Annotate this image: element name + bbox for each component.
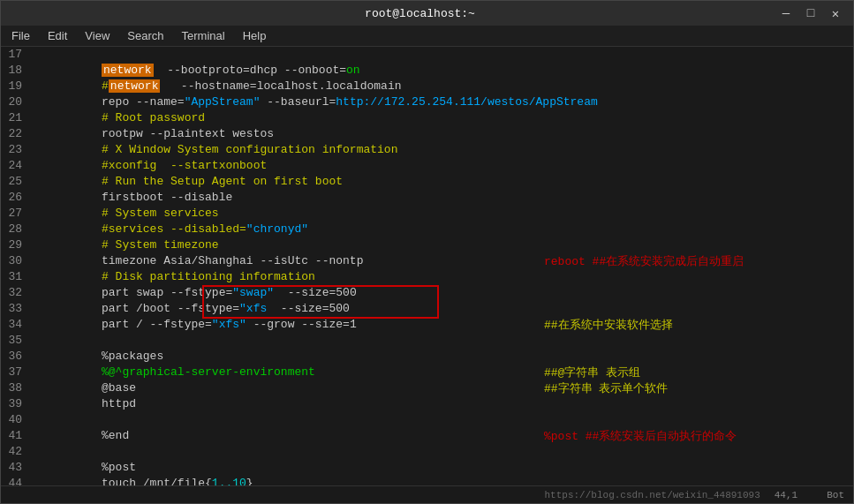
blog-url: https://blog.csdn.net/weixin_44891093 bbox=[545, 490, 760, 500]
line-39 bbox=[33, 396, 853, 412]
menu-help[interactable]: Help bbox=[236, 27, 274, 44]
line-21: rootpw --plaintext westos bbox=[33, 110, 853, 126]
code-lines: network --bootproto=dhcp --onboot=on #ne… bbox=[33, 47, 853, 485]
minimize-button[interactable]: — bbox=[777, 6, 795, 21]
cursor-position: 44,1 Bot bbox=[775, 490, 844, 500]
menu-bar: File Edit View Search Terminal Help bbox=[1, 26, 853, 47]
line-40: %end bbox=[33, 412, 853, 428]
line-42: %post bbox=[33, 444, 853, 460]
window-controls: — □ ✕ bbox=[777, 6, 844, 21]
line-26: # System services bbox=[33, 190, 853, 206]
line-44: %end bbox=[33, 476, 853, 485]
line-28: # System timezone bbox=[33, 222, 853, 237]
line-35: %packages bbox=[33, 333, 853, 349]
title-bar: root@localhost:~ — □ ✕ bbox=[1, 1, 853, 26]
line-36: %@^graphical-server-environment bbox=[33, 349, 853, 365]
close-button[interactable]: ✕ bbox=[827, 6, 844, 21]
menu-view[interactable]: View bbox=[78, 27, 117, 44]
line-30: # Disk partitioning information bbox=[33, 253, 853, 269]
menu-edit[interactable]: Edit bbox=[41, 27, 74, 44]
line-32: part /boot --fstype="xfs --size=500 bbox=[33, 285, 853, 301]
line-41 bbox=[33, 428, 853, 444]
menu-search[interactable]: Search bbox=[120, 27, 170, 44]
line-24: # Run the Setup Agent on first boot bbox=[33, 158, 853, 174]
line-43: touch /mnt/file{1..10} bbox=[33, 460, 853, 476]
line-38: httpd bbox=[33, 380, 853, 396]
line-27: #services --disabled="chronyd" bbox=[33, 206, 853, 222]
editor-area[interactable]: 17 18 19 20 21 22 23 24 25 26 27 28 29 3… bbox=[1, 47, 853, 485]
window-title: root@localhost:~ bbox=[63, 7, 777, 20]
line-19: repo --name="AppStream" --baseurl=http:/… bbox=[33, 79, 853, 94]
line-17: network --bootproto=dhcp --onboot=on bbox=[33, 47, 853, 63]
line-25: firstboot --disable bbox=[33, 174, 853, 190]
line-34 bbox=[33, 317, 853, 333]
line-31: part swap --fstype="swap" --size=500 bbox=[33, 269, 853, 285]
line-37: @base bbox=[33, 365, 853, 380]
line-20: # Root password bbox=[33, 94, 853, 110]
terminal-window: root@localhost:~ — □ ✕ File Edit View Se… bbox=[0, 0, 854, 504]
maximize-button[interactable]: □ bbox=[802, 6, 820, 21]
line-numbers: 17 18 19 20 21 22 23 24 25 26 27 28 29 3… bbox=[1, 47, 29, 485]
code-content[interactable]: network --bootproto=dhcp --onboot=on #ne… bbox=[29, 47, 853, 485]
line-18: #network --hostname=localhost.localdomai… bbox=[33, 63, 853, 79]
line-22: # X Window System configuration informat… bbox=[33, 126, 853, 142]
line-23: #xconfig --startxonboot bbox=[33, 142, 853, 158]
line-33: part / --fstype="xfs" --grow --size=1 bbox=[33, 301, 853, 317]
menu-terminal[interactable]: Terminal bbox=[175, 27, 232, 44]
line-29: timezone Asia/Shanghai --isUtc --nontp bbox=[33, 237, 853, 253]
status-bar: https://blog.csdn.net/weixin_44891093 44… bbox=[1, 485, 853, 503]
menu-file[interactable]: File bbox=[4, 27, 37, 44]
